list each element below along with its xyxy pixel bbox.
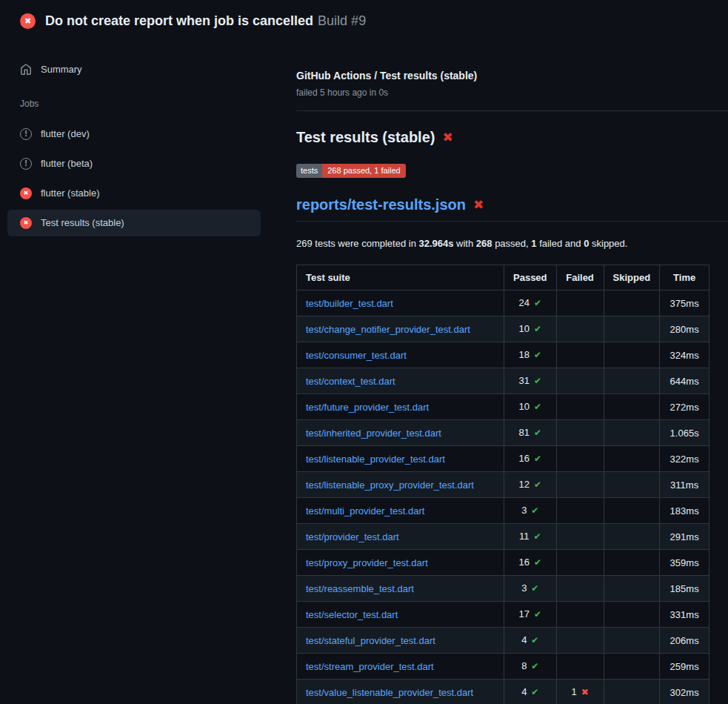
column-header-time: Time [660, 265, 709, 290]
badge-value: 268 passed, 1 failed [322, 164, 405, 178]
summary-text: 269 tests were completed in [296, 238, 418, 249]
summary-failed-count: 1 [531, 238, 536, 249]
test-suite-link[interactable]: test/proxy_provider_test.dart [306, 557, 428, 568]
failed-cell [556, 602, 604, 628]
test-suite-link[interactable]: test/future_provider_test.dart [306, 402, 429, 413]
test-suite-cell: test/stream_provider_test.dart [297, 654, 504, 680]
test-suite-cell: test/builder_test.dart [297, 290, 504, 316]
sidebar-item-label: flutter (beta) [41, 157, 93, 170]
failed-cell [556, 342, 604, 368]
check-icon: ✔ [534, 350, 541, 360]
table-row: test/value_listenable_provider_test.dart… [297, 680, 709, 704]
failed-cell [556, 316, 604, 342]
test-suite-link[interactable]: test/multi_provider_test.dart [306, 505, 424, 517]
failed-cell [556, 524, 604, 550]
test-suite-link[interactable]: test/stream_provider_test.dart [306, 661, 434, 672]
results-table: Test suite Passed Failed Skipped Time te… [296, 265, 709, 704]
time-cell: 324ms [660, 342, 709, 368]
sidebar-item-label: flutter (stable) [41, 187, 99, 200]
build-number: Build #9 [318, 13, 366, 28]
column-header-passed: Passed [504, 265, 557, 290]
test-suite-cell: test/proxy_provider_test.dart [297, 550, 504, 576]
test-suite-cell: test/listenable_proxy_provider_test.dart [297, 472, 504, 498]
sidebar-job-item[interactable]: ✖ Test results (stable) [7, 210, 261, 236]
summary-duration: 32.964s [418, 238, 453, 249]
skipped-cell [604, 602, 660, 628]
table-row: test/provider_test.dart 11✔ 291ms [297, 524, 709, 550]
passed-cell: 3✔ [504, 498, 557, 524]
check-icon: ✔ [534, 557, 541, 568]
failed-status-icon: ✖ [20, 217, 32, 229]
test-suite-cell: test/selector_test.dart [297, 602, 504, 628]
home-icon [20, 64, 32, 76]
test-suite-cell: test/consumer_test.dart [297, 342, 504, 368]
summary-text: with [453, 238, 475, 249]
time-cell: 375ms [660, 290, 709, 316]
test-suite-link[interactable]: test/context_test.dart [306, 376, 395, 387]
passed-cell: 17✔ [504, 602, 557, 628]
skipped-cell [604, 316, 660, 342]
test-suite-cell: test/provider_test.dart [297, 524, 504, 550]
table-row: test/multi_provider_test.dart 3✔ 183ms [297, 498, 709, 524]
check-icon: ✔ [534, 428, 541, 438]
divider [296, 110, 728, 111]
sidebar-job-item[interactable]: ! flutter (dev) [7, 121, 261, 147]
build-title-text: Do not create report when job is cancell… [45, 13, 313, 28]
table-row: test/stateful_provider_test.dart 4✔ 206m… [297, 628, 709, 654]
page-title: Do not create report when job is cancell… [45, 13, 366, 29]
failed-cell [556, 394, 604, 420]
sidebar-job-item[interactable]: ! flutter (beta) [7, 150, 261, 177]
summary-line: 269 tests were completed in 32.964s with… [296, 238, 728, 250]
section-title: Test results (stable) ✖ [296, 128, 728, 146]
test-suite-cell: test/listenable_provider_test.dart [297, 446, 504, 472]
time-cell: 183ms [660, 498, 709, 524]
table-row: test/selector_test.dart 17✔ 331ms [297, 602, 709, 628]
failed-cell [556, 420, 604, 446]
test-suite-link[interactable]: test/inherited_provider_test.dart [306, 428, 441, 439]
test-suite-link[interactable]: test/value_listenable_provider_test.dart [306, 687, 473, 698]
skipped-cell [604, 654, 660, 680]
report-file-link[interactable]: reports/test-results.json [296, 196, 466, 213]
time-cell: 185ms [660, 576, 709, 602]
failed-cell [556, 576, 604, 602]
check-icon: ✔ [534, 609, 541, 620]
breadcrumb: GitHub Actions / Test results (stable) [296, 69, 728, 82]
page-layout: Summary Jobs ! flutter (dev) ! flutter (… [0, 42, 728, 704]
tests-badge: tests 268 passed, 1 failed [296, 164, 406, 178]
neutral-status-icon: ! [20, 158, 32, 170]
table-row: test/inherited_provider_test.dart 81✔ 1.… [297, 420, 709, 446]
test-suite-link[interactable]: test/stateful_provider_test.dart [306, 635, 435, 646]
test-suite-cell: test/value_listenable_provider_test.dart [297, 680, 504, 704]
table-header-row: Test suite Passed Failed Skipped Time [297, 265, 709, 290]
cross-mark-icon: ✖ [442, 131, 453, 144]
passed-cell: 12✔ [504, 472, 557, 498]
skipped-cell [604, 420, 660, 446]
test-suite-link[interactable]: test/provider_test.dart [306, 531, 399, 542]
sidebar-job-item[interactable]: ✖ flutter (stable) [7, 180, 261, 207]
test-suite-link[interactable]: test/listenable_provider_test.dart [306, 454, 445, 465]
test-suite-link[interactable]: test/consumer_test.dart [306, 350, 407, 361]
passed-cell: 81✔ [504, 420, 557, 446]
time-cell: 206ms [660, 628, 709, 654]
time-cell: 359ms [660, 550, 709, 576]
sidebar-item-label: flutter (dev) [41, 127, 90, 141]
skipped-cell [604, 680, 660, 704]
test-suite-link[interactable]: test/change_notifier_provider_test.dart [306, 324, 470, 335]
sidebar-item-summary[interactable]: Summary [7, 57, 261, 82]
test-suite-link[interactable]: test/listenable_proxy_provider_test.dart [306, 479, 474, 491]
skipped-cell [604, 550, 660, 576]
test-suite-link[interactable]: test/selector_test.dart [306, 609, 398, 620]
jobs-section-heading: Jobs [20, 99, 261, 109]
table-row: test/reassemble_test.dart 3✔ 185ms [297, 576, 709, 602]
table-row: test/stream_provider_test.dart 8✔ 259ms [297, 654, 709, 680]
check-icon: ✔ [534, 479, 541, 490]
check-icon: ✔ [531, 505, 538, 516]
test-suite-link[interactable]: test/reassemble_test.dart [306, 583, 414, 594]
check-icon: ✔ [534, 324, 541, 334]
test-suite-link[interactable]: test/builder_test.dart [306, 298, 393, 309]
test-suite-cell: test/multi_provider_test.dart [297, 498, 504, 524]
passed-cell: 18✔ [504, 342, 557, 368]
skipped-cell [604, 628, 660, 654]
summary-text: failed and [537, 238, 584, 249]
passed-cell: 11✔ [504, 524, 557, 550]
